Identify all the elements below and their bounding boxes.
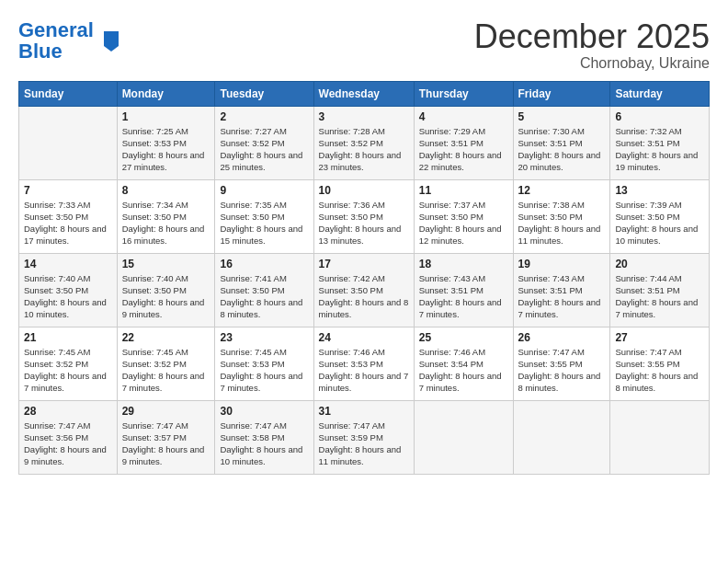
title-block: December 2025 Chornobay, Ukraine xyxy=(474,18,710,72)
day-number: 15 xyxy=(122,258,210,270)
calendar-cell: 9Sunrise: 7:35 AM Sunset: 3:50 PM Daylig… xyxy=(215,179,313,253)
calendar-cell: 30Sunrise: 7:47 AM Sunset: 3:58 PM Dayli… xyxy=(215,400,313,474)
day-number: 18 xyxy=(419,258,508,270)
sub-title: Chornobay, Ukraine xyxy=(474,55,710,72)
day-number: 24 xyxy=(319,331,409,344)
day-info: Sunrise: 7:47 AM Sunset: 3:55 PM Dayligh… xyxy=(615,346,704,395)
day-info: Sunrise: 7:41 AM Sunset: 3:50 PM Dayligh… xyxy=(220,272,308,321)
day-info: Sunrise: 7:37 AM Sunset: 3:50 PM Dayligh… xyxy=(419,199,508,247)
calendar-cell: 5Sunrise: 7:30 AM Sunset: 3:51 PM Daylig… xyxy=(513,106,610,179)
calendar-cell: 28Sunrise: 7:47 AM Sunset: 3:56 PM Dayli… xyxy=(19,400,118,474)
day-number: 3 xyxy=(319,110,409,123)
day-number: 28 xyxy=(24,405,112,418)
calendar-week-2: 7Sunrise: 7:33 AM Sunset: 3:50 PM Daylig… xyxy=(19,179,710,253)
calendar-cell xyxy=(19,106,118,179)
header-monday: Monday xyxy=(117,81,215,106)
day-number: 13 xyxy=(615,184,704,197)
calendar-cell: 14Sunrise: 7:40 AM Sunset: 3:50 PM Dayli… xyxy=(19,253,118,327)
calendar-week-4: 21Sunrise: 7:45 AM Sunset: 3:52 PM Dayli… xyxy=(19,327,710,400)
day-info: Sunrise: 7:40 AM Sunset: 3:50 PM Dayligh… xyxy=(122,272,210,321)
day-info: Sunrise: 7:45 AM Sunset: 3:53 PM Dayligh… xyxy=(220,346,308,395)
day-info: Sunrise: 7:32 AM Sunset: 3:51 PM Dayligh… xyxy=(615,125,704,174)
calendar-cell xyxy=(610,400,710,474)
day-info: Sunrise: 7:28 AM Sunset: 3:52 PM Dayligh… xyxy=(319,125,409,174)
calendar-cell: 29Sunrise: 7:47 AM Sunset: 3:57 PM Dayli… xyxy=(117,400,215,474)
day-number: 7 xyxy=(24,184,112,197)
day-info: Sunrise: 7:47 AM Sunset: 3:56 PM Dayligh… xyxy=(24,419,112,468)
day-number: 31 xyxy=(319,405,409,418)
day-info: Sunrise: 7:36 AM Sunset: 3:50 PM Dayligh… xyxy=(319,199,409,247)
day-number: 12 xyxy=(518,184,606,197)
calendar-cell: 4Sunrise: 7:29 AM Sunset: 3:51 PM Daylig… xyxy=(414,106,513,179)
calendar-cell: 10Sunrise: 7:36 AM Sunset: 3:50 PM Dayli… xyxy=(313,179,414,253)
calendar-header-row: SundayMondayTuesdayWednesdayThursdayFrid… xyxy=(19,81,710,106)
calendar-table: SundayMondayTuesdayWednesdayThursdayFrid… xyxy=(18,81,710,475)
calendar-cell: 7Sunrise: 7:33 AM Sunset: 3:50 PM Daylig… xyxy=(19,179,118,253)
calendar-cell: 18Sunrise: 7:43 AM Sunset: 3:51 PM Dayli… xyxy=(414,253,513,327)
day-number: 8 xyxy=(122,184,210,197)
day-number: 10 xyxy=(319,184,409,197)
day-number: 27 xyxy=(615,331,704,344)
day-info: Sunrise: 7:47 AM Sunset: 3:57 PM Dayligh… xyxy=(122,419,210,468)
calendar-cell: 12Sunrise: 7:38 AM Sunset: 3:50 PM Dayli… xyxy=(513,179,610,253)
logo-blue: Blue xyxy=(18,41,63,62)
day-info: Sunrise: 7:39 AM Sunset: 3:50 PM Dayligh… xyxy=(615,199,704,247)
calendar-cell: 1Sunrise: 7:25 AM Sunset: 3:53 PM Daylig… xyxy=(117,106,215,179)
day-info: Sunrise: 7:43 AM Sunset: 3:51 PM Dayligh… xyxy=(518,272,606,321)
calendar-cell: 23Sunrise: 7:45 AM Sunset: 3:53 PM Dayli… xyxy=(215,327,313,400)
header-saturday: Saturday xyxy=(610,81,710,106)
calendar-cell: 27Sunrise: 7:47 AM Sunset: 3:55 PM Dayli… xyxy=(610,327,710,400)
day-number: 11 xyxy=(419,184,508,197)
day-number: 9 xyxy=(220,184,308,197)
day-info: Sunrise: 7:47 AM Sunset: 3:59 PM Dayligh… xyxy=(319,419,409,468)
calendar-cell: 24Sunrise: 7:46 AM Sunset: 3:53 PM Dayli… xyxy=(313,327,414,400)
day-info: Sunrise: 7:40 AM Sunset: 3:50 PM Dayligh… xyxy=(24,272,112,321)
day-number: 14 xyxy=(24,258,112,270)
day-number: 6 xyxy=(615,110,704,123)
calendar-cell: 13Sunrise: 7:39 AM Sunset: 3:50 PM Dayli… xyxy=(610,179,710,253)
calendar-cell: 11Sunrise: 7:37 AM Sunset: 3:50 PM Dayli… xyxy=(414,179,513,253)
svg-marker-0 xyxy=(104,31,119,52)
day-info: Sunrise: 7:35 AM Sunset: 3:50 PM Dayligh… xyxy=(220,199,308,247)
day-number: 5 xyxy=(518,110,606,123)
day-info: Sunrise: 7:47 AM Sunset: 3:58 PM Dayligh… xyxy=(220,419,308,468)
header-sunday: Sunday xyxy=(19,81,118,106)
calendar-cell: 22Sunrise: 7:45 AM Sunset: 3:52 PM Dayli… xyxy=(117,327,215,400)
day-info: Sunrise: 7:42 AM Sunset: 3:50 PM Dayligh… xyxy=(319,272,409,321)
calendar-week-1: 1Sunrise: 7:25 AM Sunset: 3:53 PM Daylig… xyxy=(19,106,710,179)
header-thursday: Thursday xyxy=(414,81,513,106)
header-friday: Friday xyxy=(513,81,610,106)
header-wednesday: Wednesday xyxy=(313,81,414,106)
header-tuesday: Tuesday xyxy=(215,81,313,106)
day-info: Sunrise: 7:27 AM Sunset: 3:52 PM Dayligh… xyxy=(220,125,308,174)
day-info: Sunrise: 7:45 AM Sunset: 3:52 PM Dayligh… xyxy=(122,346,210,395)
calendar-cell: 21Sunrise: 7:45 AM Sunset: 3:52 PM Dayli… xyxy=(19,327,118,400)
day-number: 29 xyxy=(122,405,210,418)
day-info: Sunrise: 7:29 AM Sunset: 3:51 PM Dayligh… xyxy=(419,125,508,174)
page-header: General Blue December 2025 Chornobay, Uk… xyxy=(18,18,710,72)
day-info: Sunrise: 7:34 AM Sunset: 3:50 PM Dayligh… xyxy=(122,199,210,247)
day-number: 17 xyxy=(319,258,409,270)
calendar-cell: 25Sunrise: 7:46 AM Sunset: 3:54 PM Dayli… xyxy=(414,327,513,400)
day-number: 23 xyxy=(220,331,308,344)
day-number: 4 xyxy=(419,110,508,123)
calendar-cell: 15Sunrise: 7:40 AM Sunset: 3:50 PM Dayli… xyxy=(117,253,215,327)
calendar-cell: 2Sunrise: 7:27 AM Sunset: 3:52 PM Daylig… xyxy=(215,106,313,179)
day-number: 25 xyxy=(419,331,508,344)
main-title: December 2025 xyxy=(474,18,710,55)
calendar-cell: 6Sunrise: 7:32 AM Sunset: 3:51 PM Daylig… xyxy=(610,106,710,179)
logo: General Blue xyxy=(18,18,108,62)
calendar-cell: 19Sunrise: 7:43 AM Sunset: 3:51 PM Dayli… xyxy=(513,253,610,327)
day-number: 20 xyxy=(615,258,704,270)
calendar-week-5: 28Sunrise: 7:47 AM Sunset: 3:56 PM Dayli… xyxy=(19,400,710,474)
calendar-cell: 8Sunrise: 7:34 AM Sunset: 3:50 PM Daylig… xyxy=(117,179,215,253)
calendar-cell: 31Sunrise: 7:47 AM Sunset: 3:59 PM Dayli… xyxy=(313,400,414,474)
logo-general: General xyxy=(18,18,94,41)
day-info: Sunrise: 7:46 AM Sunset: 3:53 PM Dayligh… xyxy=(319,346,409,395)
day-info: Sunrise: 7:30 AM Sunset: 3:51 PM Dayligh… xyxy=(518,125,606,174)
day-info: Sunrise: 7:25 AM Sunset: 3:53 PM Dayligh… xyxy=(122,125,210,174)
calendar-cell xyxy=(513,400,610,474)
day-number: 19 xyxy=(518,258,606,270)
day-number: 1 xyxy=(122,110,210,123)
day-number: 26 xyxy=(518,331,606,344)
